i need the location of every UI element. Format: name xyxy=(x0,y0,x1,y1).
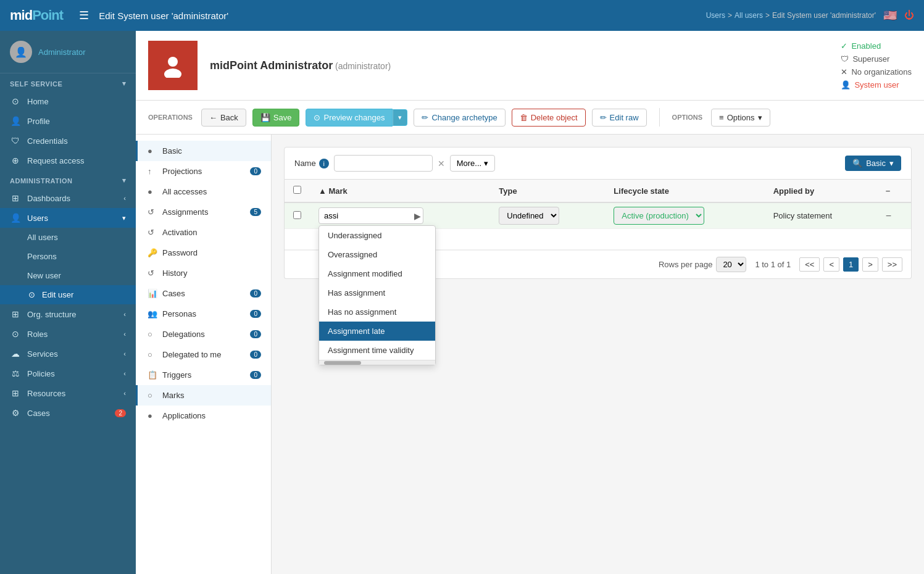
history-icon: ↺ xyxy=(148,268,157,278)
scroll-thumb xyxy=(324,361,361,365)
sidebar-item-dashboards[interactable]: ⊞ Dashboards ‹ xyxy=(0,188,136,208)
breadcrumb-all-users[interactable]: All users xyxy=(735,11,763,20)
breadcrumb-users[interactable]: Users xyxy=(706,11,725,20)
save-button[interactable]: 💾 Save xyxy=(252,109,300,127)
more-button[interactable]: More... ▾ xyxy=(450,155,495,172)
name-filter-input[interactable] xyxy=(334,155,433,172)
sidebar-item-credentials[interactable]: 🛡 Credentials xyxy=(0,131,136,151)
sidebar-item-edit-user[interactable]: ⊙ Edit user xyxy=(0,285,136,304)
row-policy-cell: Policy statement xyxy=(765,202,877,229)
minus-col-icon[interactable]: − xyxy=(886,186,891,196)
preview-changes-dropdown-arrow[interactable]: ▾ xyxy=(393,109,407,126)
panel-item-all-accesses[interactable]: ● All accesses xyxy=(136,181,271,202)
panel-item-delegations[interactable]: ○ Delegations 0 xyxy=(136,324,271,344)
lifecycle-select[interactable]: Active (production) xyxy=(614,207,704,225)
panel-item-password[interactable]: 🔑 Password xyxy=(136,243,271,263)
panel-item-personas[interactable]: 👥 Personas 0 xyxy=(136,304,271,324)
back-button[interactable]: ← Back xyxy=(201,109,246,127)
row-checkbox-cell xyxy=(285,202,310,229)
sidebar-item-profile[interactable]: 👤 Profile xyxy=(0,111,136,131)
edit-raw-button[interactable]: ✏ Edit raw xyxy=(592,109,647,127)
search-icon: 🔍 xyxy=(852,159,862,168)
sidebar-item-cases[interactable]: ⚙ Cases 2 xyxy=(0,403,136,423)
sidebar-item-services[interactable]: ☁ Services ‹ xyxy=(0,344,136,364)
panel-item-basic[interactable]: ● Basic xyxy=(136,141,271,161)
sidebar-item-persons[interactable]: Persons xyxy=(0,247,136,266)
applications-icon: ● xyxy=(148,411,157,420)
sidebar-item-policies[interactable]: ⚖ Policies ‹ xyxy=(0,364,136,383)
type-select[interactable]: Undefined xyxy=(499,207,559,225)
user-info: midPoint Administrator (administrator) xyxy=(210,59,391,72)
panel-item-delegated-to-me[interactable]: ○ Delegated to me 0 xyxy=(136,344,271,365)
th-minus[interactable]: − xyxy=(877,180,911,202)
th-mark[interactable]: ▲ Mark xyxy=(310,180,490,202)
options-label: Options xyxy=(672,114,703,121)
dropdown-item-has-assignment[interactable]: Has assignment xyxy=(319,283,435,302)
next-page-button[interactable]: > xyxy=(862,257,878,272)
th-type: Type xyxy=(490,180,605,202)
preview-changes-button[interactable]: ⊙ Preview changes xyxy=(306,109,393,127)
workspace: ● Basic ↑ Projections 0 ● All accesses ↺… xyxy=(136,135,924,574)
save-icon: 💾 xyxy=(260,113,270,122)
dropdown-item-assignment-late[interactable]: Assignment late xyxy=(319,322,435,341)
row-checkbox[interactable] xyxy=(293,211,301,219)
th-checkbox xyxy=(285,180,310,202)
prev-page-button[interactable]: < xyxy=(823,257,839,272)
current-page-button[interactable]: 1 xyxy=(843,257,859,272)
rows-per-page-select[interactable]: 20 10 50 xyxy=(716,257,746,272)
last-page-button[interactable]: >> xyxy=(882,257,902,272)
user-avatar xyxy=(148,41,198,90)
dropdown-item-assignment-time-validity[interactable]: Assignment time validity xyxy=(319,341,435,360)
sidebar-item-roles[interactable]: ⊙ Roles ‹ xyxy=(0,324,136,344)
options-button[interactable]: ≡ Options ▾ xyxy=(711,109,770,127)
select-all-checkbox[interactable] xyxy=(293,186,301,194)
sidebar-item-new-user[interactable]: New user xyxy=(0,266,136,285)
sidebar-item-org-structure[interactable]: ⊞ Org. structure ‹ xyxy=(0,304,136,324)
dropdown-item-underassigned[interactable]: Underassigned xyxy=(319,226,435,245)
panel-item-projections[interactable]: ↑ Projections 0 xyxy=(136,161,271,181)
ops-divider xyxy=(659,108,660,127)
topbar: midPoint ☰ Edit System user 'administrat… xyxy=(0,0,924,31)
profile-icon: 👤 xyxy=(10,116,21,126)
assignments-icon: ↺ xyxy=(148,207,157,217)
panel-item-applications[interactable]: ● Applications xyxy=(136,406,271,426)
sidebar-item-request-access[interactable]: ⊕ Request access xyxy=(0,151,136,170)
dropdown-item-overassigned[interactable]: Overassigned xyxy=(319,245,435,264)
breadcrumb-current: Edit System user 'administrator' xyxy=(772,11,876,20)
mark-cursor-button[interactable]: ▶ xyxy=(414,211,421,221)
sidebar-item-users[interactable]: 👤 Users ▾ xyxy=(0,208,136,228)
panel-item-activation[interactable]: ↺ Activation xyxy=(136,222,271,243)
badge-enabled: ✓ Enabled xyxy=(841,41,881,51)
options-icon: ≡ xyxy=(719,113,724,122)
remove-row-button[interactable]: − xyxy=(886,210,891,222)
sidebar-user[interactable]: 👤 Administrator xyxy=(0,31,136,73)
delete-object-button[interactable]: 🗑 Delete object xyxy=(512,109,586,127)
panel-item-marks[interactable]: ○ Marks xyxy=(136,385,271,406)
all-accesses-icon: ● xyxy=(148,187,157,196)
sidebar-item-all-users[interactable]: All users xyxy=(0,228,136,247)
self-service-header[interactable]: SELF SERVICE ▾ xyxy=(0,73,136,91)
sidebar-item-resources[interactable]: ⊞ Resources ‹ xyxy=(0,383,136,403)
change-archetype-button[interactable]: ✏ Change archetype xyxy=(414,109,505,127)
flag-icon[interactable]: 🇺🇸 xyxy=(883,9,897,22)
dropdown-item-has-no-assignment[interactable]: Has no assignment xyxy=(319,302,435,322)
hamburger-icon[interactable]: ☰ xyxy=(79,9,89,22)
more-arrow-icon: ▾ xyxy=(484,159,488,168)
x-icon: ✕ xyxy=(841,67,847,77)
basic-search-button[interactable]: 🔍 Basic ▾ xyxy=(845,156,901,171)
th-applied-by: Applied by xyxy=(765,180,877,202)
power-icon[interactable]: ⏻ xyxy=(904,10,914,21)
panel-item-cases[interactable]: 📊 Cases 0 xyxy=(136,283,271,304)
dropdown-scrollbar[interactable] xyxy=(319,360,435,365)
info-icon: i xyxy=(319,159,329,168)
panel-item-assignments[interactable]: ↺ Assignments 5 xyxy=(136,202,271,222)
dropdown-item-assignment-modified[interactable]: Assignment modified xyxy=(319,264,435,283)
user-full-name: midPoint Administrator xyxy=(210,59,333,72)
panel-item-triggers[interactable]: 📋 Triggers 0 xyxy=(136,365,271,385)
mark-input[interactable] xyxy=(318,207,423,224)
panel-item-history[interactable]: ↺ History xyxy=(136,263,271,283)
admin-header[interactable]: ADMINISTRATION ▾ xyxy=(0,170,136,188)
sidebar-item-home[interactable]: ⊙ Home xyxy=(0,91,136,111)
first-page-button[interactable]: << xyxy=(799,257,820,272)
filter-clear-icon[interactable]: ✕ xyxy=(438,159,445,168)
